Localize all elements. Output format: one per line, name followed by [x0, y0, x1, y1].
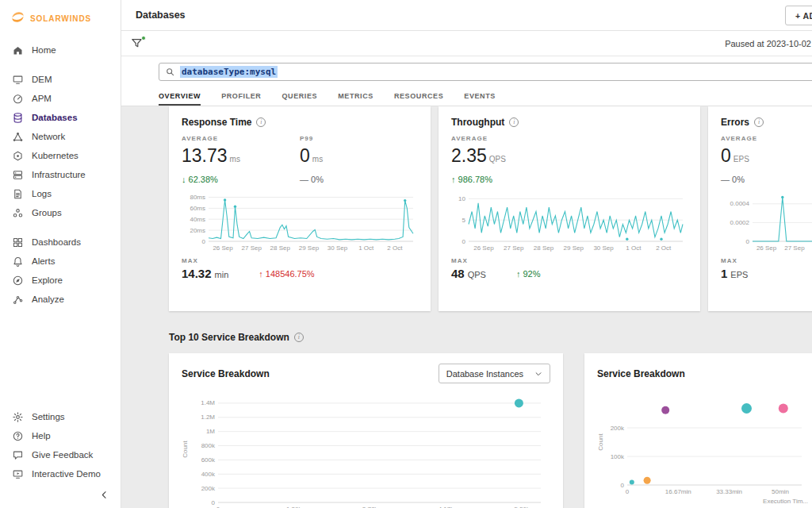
svg-text:16.67min: 16.67min [665, 488, 691, 495]
sidebar-item-infrastructure[interactable]: Infrastructure [0, 165, 121, 184]
max-stat: MAX 1EPS [721, 257, 748, 280]
info-icon[interactable]: i [509, 117, 519, 127]
svg-text:Count: Count [597, 433, 604, 451]
solarwinds-logo: SOLARWINDS [0, 8, 121, 40]
svg-text:26 Sep: 26 Sep [756, 244, 777, 252]
database-icon [12, 112, 24, 124]
svg-text:5: 5 [462, 217, 466, 224]
time-range-paused-label[interactable]: Paused at 2023-10-02 [725, 39, 811, 48]
sidebar-item-dashboards[interactable]: Dashboards [0, 233, 121, 252]
analyze-icon [12, 294, 24, 306]
max-label: MAX [721, 257, 748, 264]
stat-change: — 0% [721, 175, 745, 184]
sidebar-item-logs[interactable]: Logs [0, 184, 121, 203]
tab-metrics[interactable]: METRICS [338, 87, 373, 106]
section-head: Top 10 Service Breakdown i [169, 332, 812, 343]
sidebar-item-explore[interactable]: Explore [0, 271, 121, 290]
tab-events[interactable]: EVENTS [464, 87, 496, 106]
sidebar-item-analyze[interactable]: Analyze [0, 290, 121, 309]
info-icon[interactable]: i [294, 333, 304, 342]
sidebar-item-groups[interactable]: Groups [0, 203, 121, 222]
svg-text:2 Oct: 2 Oct [387, 244, 403, 252]
groups-icon [12, 207, 24, 219]
sidebar-item-label: Network [32, 132, 65, 141]
tab-bar: OVERVIEWPROFILERQUERIESMETRICSRESOURCESE… [121, 87, 812, 106]
sidebar-item-label: DEM [32, 75, 52, 84]
content: Response Time i AVERAGE 13.73ms ↓ 62.38%… [121, 106, 812, 508]
sidebar-item-home[interactable]: Home [0, 40, 121, 60]
stat-change: — 0% [300, 175, 324, 184]
stat-average: AVERAGE 2.35QPS ↑ 986.78% [451, 135, 569, 184]
sidebar-item-help[interactable]: Help [0, 426, 121, 445]
app-root: SOLARWINDS HomeDEMAPMDatabasesNetworkKub… [0, 0, 812, 508]
info-icon[interactable]: i [256, 117, 266, 127]
svg-text:Execution Tim...: Execution Tim... [763, 498, 808, 505]
max-value: 48 [451, 267, 465, 280]
sidebar-item-label: Give Feedback [32, 450, 93, 460]
tab-profiler[interactable]: PROFILER [221, 87, 261, 106]
add-button[interactable]: + ADD [785, 6, 812, 25]
max-change: ↑ 148546.75% [259, 269, 314, 279]
alerts-icon [12, 256, 24, 267]
solarwinds-logo-icon [10, 10, 25, 28]
sidebar-collapse-button[interactable] [0, 483, 121, 508]
sidebar-item-label: Kubernetes [32, 151, 79, 160]
tab-queries[interactable]: QUERIES [282, 87, 317, 106]
tab-overview[interactable]: OVERVIEW [159, 87, 201, 106]
stat-unit: QPS [489, 155, 506, 164]
sidebar-item-give-feedback[interactable]: Give Feedback [0, 445, 121, 464]
metric-cards-row: Response Time i AVERAGE 13.73ms ↓ 62.38%… [169, 106, 812, 311]
sidebar-item-label: Groups [32, 208, 62, 217]
sidebar-footer-nav: SettingsHelpGive FeedbackInteractive Dem… [0, 407, 121, 483]
sidebar-item-label: Infrastructure [32, 170, 86, 179]
breakdown-type-dropdown[interactable]: Database Instances [439, 364, 550, 383]
filter-toolbar: Paused at 2023-10-02 [121, 31, 812, 56]
stat-value: 2.35 [451, 145, 487, 167]
stat-unit: ms [312, 155, 323, 164]
sidebar-item-label: Dashboards [32, 237, 81, 247]
sidebar-item-databases[interactable]: Databases [0, 108, 121, 127]
stat-label: P99 [300, 135, 418, 142]
demo-icon [12, 468, 24, 480]
info-icon[interactable]: i [754, 117, 764, 127]
throughput-card: Throughput i AVERAGE 2.35QPS ↑ 986.78% 0… [439, 106, 700, 311]
svg-text:26 Sep: 26 Sep [473, 244, 494, 252]
sidebar-item-alerts[interactable]: Alerts [0, 252, 121, 271]
service-breakdown-scatter-right: 0100k200k016.67min33.33min50minCountExec… [597, 393, 810, 506]
sidebar-item-dem[interactable]: DEM [0, 70, 121, 89]
sidebar-item-interactive-demo[interactable]: Interactive Demo [0, 464, 121, 483]
search-input[interactable]: databaseType:mysql [159, 63, 812, 81]
kubernetes-icon [12, 150, 24, 162]
stat-value: 0 [300, 145, 310, 167]
sidebar-item-network[interactable]: Network [0, 127, 121, 146]
sidebar-item-label: Settings [32, 412, 65, 421]
breakdown-cards-row: Service Breakdown Database Instances 020… [169, 353, 812, 508]
stat-unit: EPS [733, 155, 749, 164]
sidebar-item-kubernetes[interactable]: Kubernetes [0, 146, 121, 165]
sidebar-item-label: Alerts [32, 256, 55, 266]
svg-text:27 Sep: 27 Sep [784, 244, 805, 252]
max-label: MAX [451, 257, 486, 264]
main-area: Databases + ADD Paused at 2023-10-02 dat… [121, 0, 812, 508]
filter-funnel-icon[interactable] [130, 37, 144, 51]
svg-text:27 Sep: 27 Sep [242, 244, 262, 252]
svg-text:0: 0 [626, 488, 630, 495]
sidebar-item-apm[interactable]: APM [0, 89, 121, 108]
sidebar-item-label: Databases [32, 113, 78, 122]
sidebar: SOLARWINDS HomeDEMAPMDatabasesNetworkKub… [0, 0, 121, 508]
max-value: 1 [721, 267, 727, 280]
card-title: Errors [721, 117, 749, 128]
svg-text:200k: 200k [611, 425, 625, 432]
filter-active-dot [141, 36, 146, 40]
sidebar-item-settings[interactable]: Settings [0, 407, 121, 426]
svg-text:29 Sep: 29 Sep [299, 244, 320, 252]
svg-text:0: 0 [202, 238, 206, 245]
svg-text:1.2M: 1.2M [201, 414, 215, 421]
tab-resources[interactable]: RESOURCES [394, 87, 443, 106]
stat-label: AVERAGE [451, 135, 569, 142]
dashboards-icon [12, 237, 24, 248]
svg-text:27 Sep: 27 Sep [504, 244, 524, 252]
svg-text:800k: 800k [201, 442, 216, 449]
logs-icon [12, 188, 24, 200]
errors-card: Errors i AVERAGE 0EPS — 0% 00.00020.0004… [708, 106, 812, 311]
